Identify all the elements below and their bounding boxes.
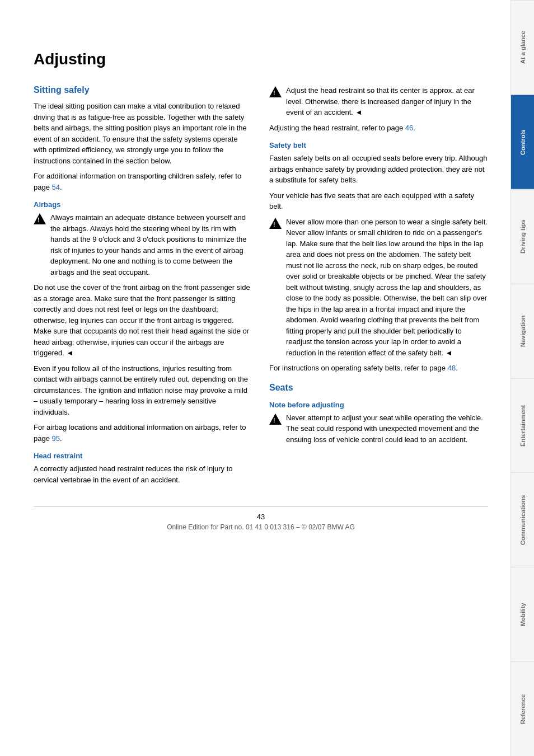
safety-belt-warning-box: Never allow more than one person to wear… — [269, 217, 488, 359]
page-footer: 43 Online Edition for Part no. 01 41 0 0… — [34, 506, 488, 531]
seats-section: Seats Note before adjusting Never attemp… — [269, 383, 488, 445]
right-column: Adjust the head restraint so that its ce… — [269, 85, 488, 490]
warning-icon-seats — [269, 414, 282, 425]
two-column-layout: Sitting safely The ideal sitting positio… — [34, 85, 488, 490]
safety-belt-body3: For instructions on operating safety bel… — [269, 363, 488, 374]
sidebar-item-at-a-glance[interactable]: At a glance — [511, 0, 534, 95]
airbags-link[interactable]: 95 — [52, 434, 60, 443]
airbags-warning1-text: Always maintain an adequate distance bet… — [50, 212, 252, 278]
safety-belt-body1: Fasten safety belts on all occupied seat… — [269, 153, 488, 186]
sitting-safely-body2: For additional information on transporti… — [34, 171, 252, 192]
head-restraint-body1: A correctly adjusted head restraint redu… — [34, 463, 252, 485]
main-content: Adjusting Sitting safely The ideal sitti… — [0, 0, 510, 756]
safety-belt-warning-text: Never allow more than one person to wear… — [286, 217, 488, 359]
head-restraint-title: Head restraint — [34, 452, 252, 460]
sitting-safely-body2-text: For additional information on transporti… — [34, 172, 241, 191]
airbags-body1: Do not use the cover of the front airbag… — [34, 282, 252, 359]
sitting-safely-body1: The ideal sitting position can make a vi… — [34, 101, 252, 166]
footer-text: Online Edition for Part no. 01 41 0 013 … — [34, 523, 488, 531]
sidebar-item-driving-tips[interactable]: Driving tips — [511, 189, 534, 284]
safety-belt-link[interactable]: 48 — [448, 364, 456, 372]
sitting-safely-title: Sitting safely — [34, 85, 252, 95]
airbags-body3: For airbag locations and additional info… — [34, 422, 252, 444]
page-title: Adjusting — [34, 50, 488, 68]
sidebar-item-entertainment[interactable]: Entertainment — [511, 378, 534, 473]
sidebar-item-navigation[interactable]: Navigation — [511, 284, 534, 378]
airbags-body2: Even if you follow all of the instructio… — [34, 363, 252, 418]
sidebar-item-mobility[interactable]: Mobility — [511, 567, 534, 661]
seats-warning-text: Never attempt to adjust your seat while … — [286, 412, 488, 445]
page-number: 43 — [34, 513, 488, 521]
left-column: Sitting safely The ideal sitting positio… — [34, 85, 252, 490]
warning-icon-1 — [34, 213, 46, 224]
airbags-title: Airbags — [34, 200, 252, 209]
sidebar-item-communications[interactable]: Communications — [511, 472, 534, 567]
sidebar-item-reference[interactable]: Reference — [511, 661, 534, 756]
head-restraint-link[interactable]: 46 — [405, 124, 413, 132]
sitting-safely-link1[interactable]: 54 — [52, 183, 60, 191]
safety-belt-title: Safety belt — [269, 141, 488, 149]
sitting-safely-period: . — [60, 183, 62, 191]
warning-icon-safety-belt — [269, 218, 282, 229]
safety-belt-body2: Your vehicle has five seats that are eac… — [269, 190, 488, 212]
seats-title: Seats — [269, 383, 488, 393]
airbags-warning1-box: Always maintain an adequate distance bet… — [34, 212, 252, 278]
note-before-adjusting-title: Note before adjusting — [269, 401, 488, 409]
head-restraint-body2: Adjusting the head restraint, refer to p… — [269, 123, 488, 134]
sidebar-item-controls[interactable]: Controls — [511, 95, 534, 189]
warning-icon-head-restraint — [269, 86, 282, 97]
seats-warning-box: Never attempt to adjust your seat while … — [269, 412, 488, 445]
sidebar: At a glance Controls Driving tips Naviga… — [510, 0, 534, 756]
head-restraint-warning-box: Adjust the head restraint so that its ce… — [269, 85, 488, 118]
head-restraint-warning-text: Adjust the head restraint so that its ce… — [286, 85, 488, 118]
